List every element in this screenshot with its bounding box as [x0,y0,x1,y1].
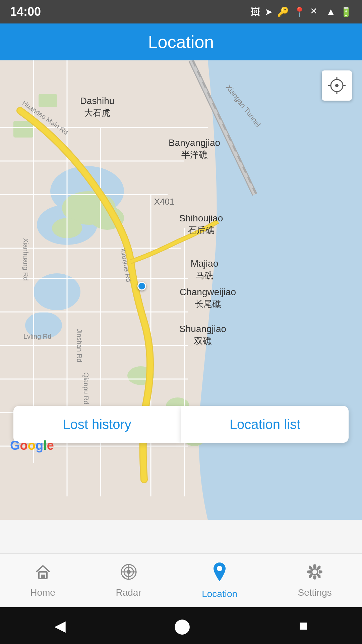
nav-item-settings[interactable]: Settings [298,563,332,598]
bottom-nav: Home Radar Location [0,553,362,607]
android-home-button[interactable]: ⬤ [174,617,190,634]
nav-item-location[interactable]: Location [202,562,237,599]
google-g: G [10,438,20,452]
status-icons: 🖼 ➤ 🔑 📍 ✕ ▲ 🔋 [251,6,352,18]
google-e: e [47,438,54,452]
signal-icon: ▲ [326,6,336,17]
nav-label-settings: Settings [298,587,332,598]
svg-text:马礁: 马礁 [196,270,213,280]
svg-text:双礁: 双礁 [194,336,212,346]
svg-text:Banyangjiao: Banyangjiao [169,138,220,148]
svg-text:Dashihu: Dashihu [80,96,115,106]
gps-button[interactable] [322,70,352,101]
svg-rect-9 [13,121,34,138]
radar-icon [120,563,137,585]
android-recent-button[interactable]: ■ [299,617,308,634]
android-nav-bar: ◀ ⬤ ■ [0,607,362,644]
svg-text:✕: ✕ [310,6,317,15]
svg-rect-63 [41,575,45,579]
svg-point-57 [335,84,339,87]
lost-history-button[interactable]: Lost history [13,406,181,443]
battery-icon: 🔋 [340,6,352,17]
app-header: Location [0,23,362,60]
app-title: Location [148,32,214,52]
svg-text:X401: X401 [154,197,175,207]
location-nav-icon [211,562,228,586]
svg-text:Changweijiao: Changweijiao [180,287,236,297]
wifi-icon: ✕ [310,6,321,18]
google-o2: o [28,438,36,452]
nav-item-radar[interactable]: Radar [116,563,141,598]
svg-text:大石虎: 大石虎 [84,108,110,118]
gallery-icon: 🖼 [251,6,260,17]
svg-text:Majiao: Majiao [191,258,218,269]
svg-text:长尾礁: 长尾礁 [195,299,221,309]
home-icon [34,563,52,585]
nav-label-home: Home [30,587,55,598]
nav-label-radar: Radar [116,587,141,598]
location-dot [137,282,146,290]
map-buttons-overlay: Lost history Location list [0,406,362,443]
google-logo: Google [10,438,54,453]
svg-text:石后礁: 石后礁 [188,225,214,235]
svg-text:Qianpu Rd: Qianpu Rd [82,372,90,405]
status-time: 14:00 [10,5,41,19]
android-back-button[interactable]: ◀ [54,617,66,634]
svg-text:半洋礁: 半洋礁 [181,150,207,160]
nav-item-home[interactable]: Home [30,563,55,598]
svg-rect-10 [39,94,57,107]
settings-icon [306,563,323,585]
google-l: l [43,438,47,452]
google-o1: o [20,438,28,452]
map-container[interactable]: Dashihu 大石虎 Banyangjiao 半洋礁 Xiangan Tunn… [0,60,362,520]
map-svg: Dashihu 大石虎 Banyangjiao 半洋礁 Xiangan Tunn… [0,60,362,520]
svg-text:Shuangjiao: Shuangjiao [179,324,226,334]
send-icon: ➤ [265,6,273,17]
google-g2: g [36,438,43,452]
svg-text:Xianhuang Rd: Xianhuang Rd [22,238,29,281]
svg-text:Lvling Rd: Lvling Rd [23,333,51,340]
svg-point-73 [217,566,222,571]
svg-text:Shihoujiao: Shihoujiao [179,213,223,223]
nav-label-location: Location [202,589,237,599]
location-status-icon: 📍 [294,6,305,17]
status-bar: 14:00 🖼 ➤ 🔑 📍 ✕ ▲ 🔋 [0,0,362,23]
key-icon: 🔑 [277,6,289,17]
location-list-button[interactable]: Location list [181,406,349,443]
gps-icon [328,77,346,94]
svg-point-75 [312,569,318,575]
svg-text:Jinshan Rd: Jinshan Rd [76,329,83,362]
